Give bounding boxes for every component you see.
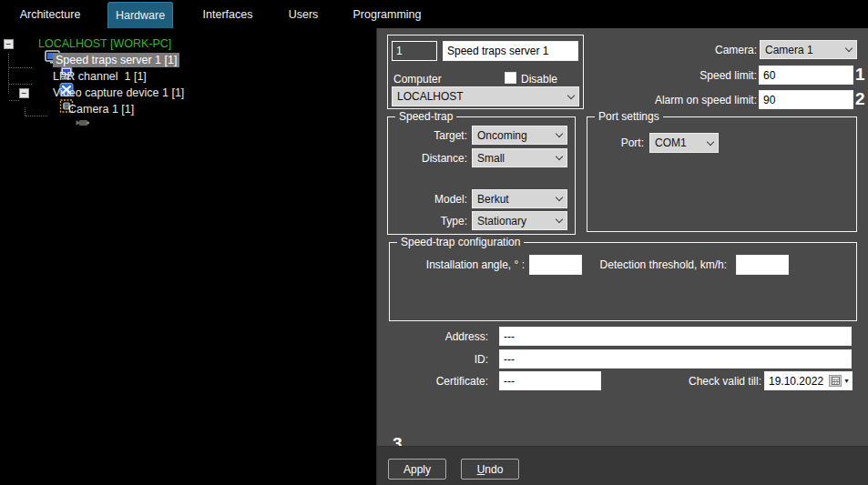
tree-item-camera[interactable]: Camera 1 [1] [0,101,376,117]
hardware-tree-panel: − LOCALHOST [WORK-PC] Speed traps server… [0,28,377,485]
undo-button-accesskey: U [477,463,485,476]
id-field[interactable] [499,349,852,369]
certificate-field[interactable] [499,371,601,390]
address-label: Address: [377,330,488,343]
chevron-down-icon [707,137,714,145]
disable-label: Disable [521,73,557,86]
tree-item-lpr-channel[interactable]: LPR channel 1 [1] [0,68,376,85]
model-select[interactable]: Berkut [472,189,567,208]
apply-button-label: Apply [403,463,431,476]
object-id-field[interactable] [392,41,437,61]
tab-hardware[interactable]: Hardware [107,2,173,28]
tree-item-label: LPR channel 1 [1] [53,70,147,83]
settings-panel: Computer Disable LOCALHOST Camera: Camer… [377,28,868,485]
tree-item-label: LOCALHOST [WORK-PC] [38,37,171,50]
chevron-down-icon: ▼ [843,378,850,384]
computer-select[interactable]: LOCALHOST [392,86,579,106]
chevron-down-icon [556,153,563,160]
port-select[interactable]: COM1 [649,133,719,153]
tree-item-video-capture-device[interactable]: − Video capture device 1 [1] [0,85,376,101]
tree-item-label: Speed traps server 1 [1] [53,53,179,67]
chevron-down-icon [845,45,853,52]
type-select-value: Stationary [477,215,526,227]
alarm-speed-limit-field[interactable] [759,90,853,109]
chevron-down-icon [567,91,575,98]
check-valid-till-datepicker[interactable]: 19.10.2022 ▼ [764,371,853,390]
camera-label: Camera: [596,44,757,56]
model-select-value: Berkut [477,193,509,206]
main-tab-bar: Architecture Hardware Interfaces Users P… [0,0,868,28]
speed-trap-configuration-group-title: Speed-trap configuration [397,236,524,248]
speed-limit-field[interactable] [759,66,853,85]
disable-checkbox[interactable] [505,72,516,84]
port-settings-groupbox: Port settings Port: COM1 [587,116,857,232]
action-bar: Apply Undo [377,446,868,485]
target-label: Target: [388,129,467,142]
tree-item-label: Video capture device 1 [1] [53,86,184,99]
model-label: Model: [388,193,467,206]
application-window: Architecture Hardware Interfaces Users P… [0,0,868,485]
chevron-down-icon [556,216,563,223]
computer-monitor-icon [19,37,35,51]
speed-trap-groupbox: Speed-trap Target: Oncoming Distance: Sm… [387,116,576,235]
computer-select-value: LOCALHOST [397,90,464,103]
annotation-2: 2 [855,89,865,109]
distance-label: Distance: [388,152,467,165]
apply-button[interactable]: Apply [388,459,446,480]
type-label: Type: [388,215,467,227]
check-valid-till-label: Check valid till: [650,375,761,388]
undo-button[interactable]: Undo [461,459,519,480]
chevron-down-icon [556,130,563,137]
type-select[interactable]: Stationary [472,211,567,230]
installation-angle-label: Installation angle, ° : [390,258,525,271]
camera-select[interactable]: Camera 1 [760,40,857,59]
capture-device-chip-icon [34,86,49,100]
speed-limit-label: Speed limit: [596,69,757,82]
tab-users[interactable]: Users [278,0,329,28]
port-settings-group-title: Port settings [595,110,663,123]
certificate-label: Certificate: [377,375,488,388]
address-field[interactable] [499,327,852,346]
tree-item-label: Camera 1 [1] [68,103,134,116]
speed-trap-group-title: Speed-trap [395,110,456,123]
annotation-1: 1 [855,65,865,85]
undo-button-label: ndo [485,463,503,476]
tab-programming[interactable]: Programming [351,0,424,28]
check-valid-till-value: 19.10.2022 [769,375,823,388]
tab-interfaces[interactable]: Interfaces [191,0,264,28]
id-label: ID: [377,353,488,366]
port-select-value: COM1 [655,136,687,149]
tree-item-localhost[interactable]: − LOCALHOST [WORK-PC] [0,35,376,52]
computer-label: Computer [393,73,442,86]
camera-select-value: Camera 1 [765,44,813,56]
calendar-icon[interactable] [829,375,842,387]
target-select[interactable]: Oncoming [472,126,567,145]
tab-architecture[interactable]: Architecture [0,0,100,28]
camera-icon [49,103,65,116]
detection-threshold-label: Detection threshold, km/h: [590,258,727,271]
detection-threshold-field[interactable] [736,255,789,275]
tree-item-speed-traps-server[interactable]: Speed traps server 1 [1] [0,52,376,68]
port-label: Port: [587,136,644,149]
distance-select[interactable]: Small [472,148,567,167]
collapse-toggle-icon[interactable]: − [4,39,14,49]
object-name-field[interactable] [443,41,578,61]
speed-trap-configuration-groupbox: Speed-trap configuration Installation an… [389,242,857,321]
identity-groupbox: Computer Disable LOCALHOST [387,35,584,109]
distance-select-value: Small [477,152,505,165]
installation-angle-field[interactable] [529,255,582,275]
server-computer-icon [34,54,49,67]
lpr-channel-icon [34,70,49,84]
alarm-speed-limit-label: Alarm on speed limit: [596,94,757,106]
collapse-toggle-icon[interactable]: − [19,88,29,98]
target-select-value: Oncoming [477,129,527,142]
chevron-down-icon [556,194,563,201]
